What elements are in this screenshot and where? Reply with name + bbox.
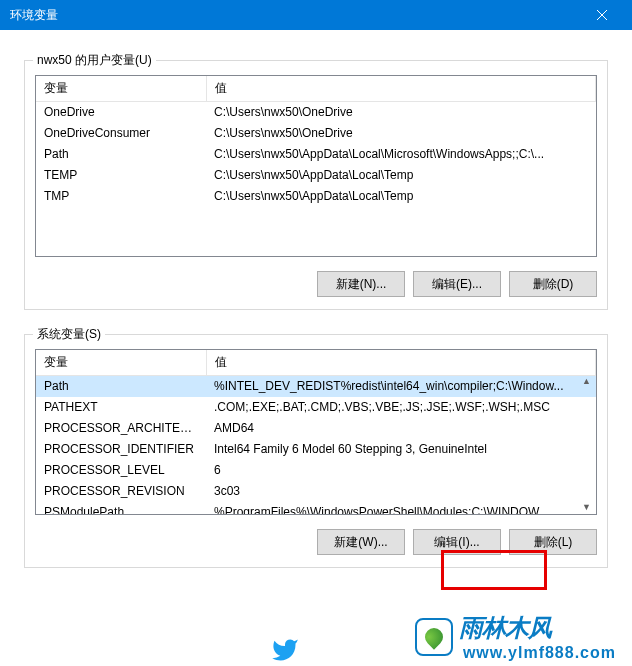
close-button[interactable] [582, 1, 622, 29]
table-row[interactable]: TEMPC:\Users\nwx50\AppData\Local\Temp [36, 165, 596, 186]
table-row[interactable]: TMPC:\Users\nwx50\AppData\Local\Temp [36, 186, 596, 207]
table-row[interactable]: PROCESSOR_IDENTIFIERIntel64 Family 6 Mod… [36, 439, 596, 460]
system-group-label: 系统变量(S) [33, 326, 105, 343]
close-icon [597, 10, 607, 20]
table-row[interactable]: PATHEXT.COM;.EXE;.BAT;.CMD;.VBS;.VBE;.JS… [36, 397, 596, 418]
user-group-label: nwx50 的用户变量(U) [33, 52, 156, 69]
system-new-button[interactable]: 新建(W)... [317, 529, 405, 555]
user-variables-table[interactable]: 变量 值 OneDriveC:\Users\nwx50\OneDrive One… [35, 75, 597, 257]
system-variables-table[interactable]: 变量 值 Path%INTEL_DEV_REDIST%redist\intel6… [35, 349, 597, 515]
table-row[interactable]: PSModulePath%ProgramFiles%\WindowsPowerS… [36, 502, 596, 516]
user-delete-button[interactable]: 删除(D) [509, 271, 597, 297]
watermark: 雨林木风 www.ylmf888.com [415, 612, 616, 662]
system-variables-group: 系统变量(S) 变量 值 Path%INTEL_DEV_REDIST%redis… [24, 334, 608, 568]
table-row[interactable]: PROCESSOR_LEVEL6 [36, 460, 596, 481]
watermark-logo-icon [415, 618, 453, 656]
user-header-value[interactable]: 值 [206, 76, 596, 102]
window-title: 环境变量 [10, 7, 582, 24]
table-row[interactable]: PathC:\Users\nwx50\AppData\Local\Microso… [36, 144, 596, 165]
user-new-button[interactable]: 新建(N)... [317, 271, 405, 297]
titlebar: 环境变量 [0, 0, 632, 30]
system-header-variable[interactable]: 变量 [36, 350, 206, 376]
user-edit-button[interactable]: 编辑(E)... [413, 271, 501, 297]
user-variables-group: nwx50 的用户变量(U) 变量 值 OneDriveC:\Users\nwx… [24, 60, 608, 310]
user-header-variable[interactable]: 变量 [36, 76, 206, 102]
table-row[interactable]: PROCESSOR_REVISION3c03 [36, 481, 596, 502]
system-edit-button[interactable]: 编辑(I)... [413, 529, 501, 555]
table-row[interactable]: Path%INTEL_DEV_REDIST%redist\intel64_win… [36, 376, 596, 397]
system-delete-button[interactable]: 删除(L) [509, 529, 597, 555]
table-row[interactable]: PROCESSOR_ARCHITECT...AMD64 [36, 418, 596, 439]
watermark-url: www.ylmf888.com [463, 644, 616, 662]
system-header-value[interactable]: 值 [206, 350, 596, 376]
table-row[interactable]: OneDriveC:\Users\nwx50\OneDrive [36, 102, 596, 123]
table-row[interactable]: OneDriveConsumerC:\Users\nwx50\OneDrive [36, 123, 596, 144]
watermark-brand: 雨林木风 [459, 612, 616, 644]
twitter-bird-icon [268, 636, 302, 664]
